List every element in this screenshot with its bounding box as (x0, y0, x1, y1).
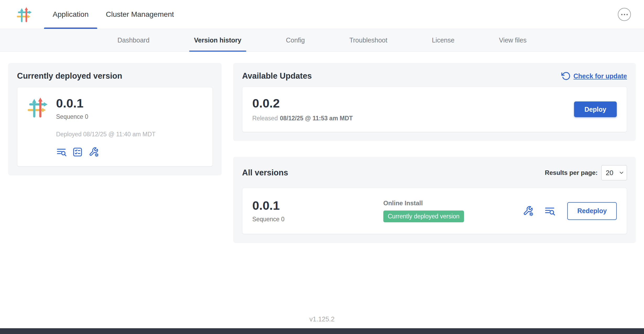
available-updates-header: Available Updates Check for update (242, 71, 627, 81)
row-sequence-label: Sequence 0 (252, 216, 383, 223)
tab-application-label: Application (53, 10, 89, 19)
all-versions-card: All versions Results per page: 20 0.0.1 … (233, 157, 636, 243)
row-version-number: 0.0.1 (252, 199, 383, 212)
tab-application[interactable]: Application (44, 0, 97, 29)
deployed-version-number: 0.0.1 (56, 97, 156, 110)
subnav-item-version-history[interactable]: Version history (189, 29, 247, 51)
subnav-item-license[interactable]: License (427, 29, 459, 51)
install-type-label: Online Install (383, 200, 523, 207)
version-row-status: Online Install Currently deployed versio… (383, 200, 523, 222)
top-tabs: Application Cluster Management (44, 0, 183, 29)
check-for-update-link[interactable]: Check for update (561, 71, 627, 81)
subnav-item-dashboard[interactable]: Dashboard (112, 29, 154, 51)
all-versions-header: All versions Results per page: 20 (242, 165, 627, 180)
check-for-update-label: Check for update (574, 72, 627, 80)
status-badge: Currently deployed version (383, 211, 464, 222)
edit-config-icon[interactable] (89, 147, 99, 157)
overflow-menu-button[interactable] (618, 8, 631, 21)
console-version-label: v1.125.2 (0, 315, 644, 323)
preflight-checks-icon[interactable] (72, 147, 83, 157)
available-updates-title: Available Updates (242, 71, 312, 81)
edit-config-icon[interactable] (523, 206, 534, 217)
app-icon (27, 97, 48, 118)
refresh-icon (561, 71, 571, 81)
ellipsis-icon (621, 14, 623, 15)
app-logo-icon (17, 7, 32, 22)
released-prefix: Released (252, 115, 278, 122)
deployed-sequence-label: Sequence 0 (56, 113, 156, 120)
tab-cluster-management[interactable]: Cluster Management (97, 0, 183, 29)
update-version-number: 0.0.2 (252, 97, 353, 110)
top-navbar: Application Cluster Management (0, 0, 644, 29)
version-row-actions: Redeploy (523, 202, 617, 220)
deployed-timestamp: Deployed 08/12/25 @ 11:40 am MDT (56, 131, 156, 138)
subnav-item-troubleshoot[interactable]: Troubleshoot (344, 29, 392, 51)
all-versions-title: All versions (242, 168, 288, 177)
deploy-button[interactable]: Deploy (574, 101, 617, 117)
page-footer: v1.125.2 (0, 315, 644, 334)
update-released-line: Released08/12/25 @ 11:53 am MDT (252, 115, 353, 122)
release-notes-icon[interactable] (56, 147, 67, 157)
redeploy-button[interactable]: Redeploy (567, 202, 617, 220)
results-per-page-select-wrap: 20 (601, 165, 627, 180)
right-column: Available Updates Check for update 0.0.2… (233, 63, 636, 243)
version-row-info: 0.0.1 Sequence 0 (252, 199, 383, 223)
footer-bar (0, 328, 644, 334)
results-per-page-label: Results per page: (545, 169, 598, 176)
release-notes-icon[interactable] (544, 206, 555, 217)
version-row: 0.0.1 Sequence 0 Online Install Currentl… (242, 188, 627, 234)
deployed-action-icons (56, 147, 156, 157)
update-row: 0.0.2 Released08/12/25 @ 11:53 am MDT De… (242, 87, 627, 132)
subnav-item-config[interactable]: Config (281, 29, 310, 51)
update-info: 0.0.2 Released08/12/25 @ 11:53 am MDT (252, 97, 353, 122)
deployed-card-title: Currently deployed version (17, 71, 213, 81)
released-date: 08/12/25 @ 11:53 am MDT (280, 115, 353, 122)
app-subnav: Dashboard Version history Config Trouble… (0, 29, 644, 52)
left-column: Currently deployed version 0.0.1 Sequenc… (8, 63, 222, 175)
available-updates-card: Available Updates Check for update 0.0.2… (233, 63, 636, 141)
main-content: Currently deployed version 0.0.1 Sequenc… (0, 52, 644, 243)
deployed-version-info: 0.0.1 Sequence 0 Deployed 08/12/25 @ 11:… (56, 97, 156, 157)
results-per-page: Results per page: 20 (545, 165, 627, 180)
tab-cluster-management-label: Cluster Management (106, 10, 174, 19)
results-per-page-select[interactable]: 20 (601, 165, 627, 180)
subnav-item-view-files[interactable]: View files (494, 29, 532, 51)
deployed-version-panel: 0.0.1 Sequence 0 Deployed 08/12/25 @ 11:… (17, 87, 213, 166)
currently-deployed-card: Currently deployed version 0.0.1 Sequenc… (8, 63, 222, 175)
